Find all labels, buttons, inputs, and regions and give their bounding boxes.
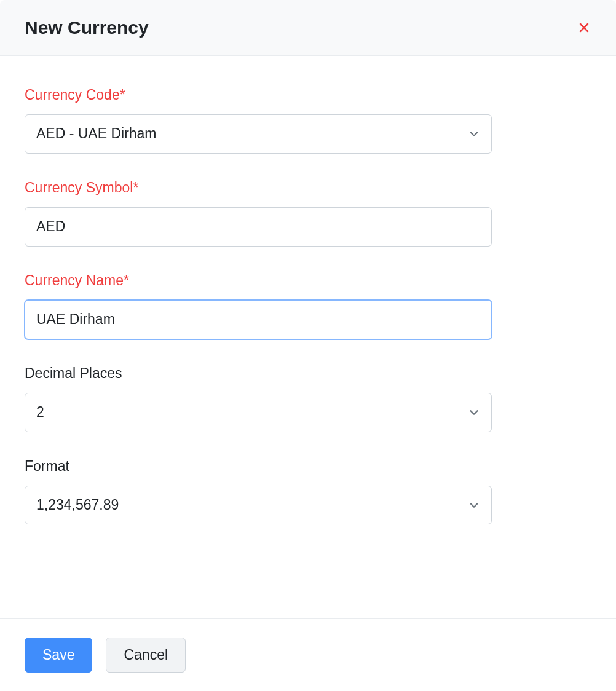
currency-code-select[interactable]: AED - UAE Dirham	[25, 114, 492, 154]
currency-name-group: Currency Name*	[25, 272, 492, 339]
modal-footer: Save Cancel	[0, 618, 616, 691]
currency-code-value: AED - UAE Dirham	[25, 114, 492, 154]
decimal-places-select[interactable]: 2	[25, 393, 492, 432]
close-icon[interactable]	[577, 20, 591, 35]
decimal-places-group: Decimal Places 2	[25, 365, 492, 432]
currency-symbol-group: Currency Symbol*	[25, 180, 492, 247]
new-currency-modal: New Currency Currency Code* AED - UAE Di…	[0, 0, 616, 691]
decimal-places-label: Decimal Places	[25, 365, 492, 382]
modal-title: New Currency	[25, 17, 149, 38]
modal-header: New Currency	[0, 0, 616, 56]
currency-name-input[interactable]	[25, 300, 492, 339]
cancel-button[interactable]: Cancel	[106, 638, 186, 673]
format-value: 1,234,567.89	[25, 486, 492, 525]
modal-body: Currency Code* AED - UAE Dirham Currency…	[0, 56, 616, 618]
currency-name-label: Currency Name*	[25, 272, 492, 289]
save-button[interactable]: Save	[25, 638, 92, 673]
format-group: Format 1,234,567.89	[25, 458, 492, 525]
currency-code-group: Currency Code* AED - UAE Dirham	[25, 87, 492, 154]
currency-symbol-label: Currency Symbol*	[25, 180, 492, 196]
currency-code-label: Currency Code*	[25, 87, 492, 103]
currency-symbol-input[interactable]	[25, 207, 492, 247]
decimal-places-value: 2	[25, 393, 492, 432]
format-label: Format	[25, 458, 492, 475]
format-select[interactable]: 1,234,567.89	[25, 486, 492, 525]
